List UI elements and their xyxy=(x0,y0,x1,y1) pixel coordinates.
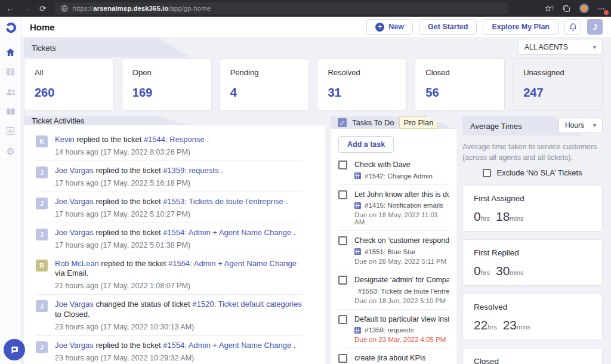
new-button[interactable]: +New xyxy=(366,19,413,35)
url-text: https://arsenalmsp.desk365.io/app/gp-hom… xyxy=(73,5,211,12)
globe-icon xyxy=(61,5,68,12)
task-checkbox[interactable] xyxy=(338,315,347,324)
activity-row: R Rob McLean replied to the ticket #1554… xyxy=(36,254,303,295)
task-checkbox[interactable] xyxy=(338,236,347,245)
dashboard-content: Tickets ALL AGENTS▾ All 260 Open xyxy=(21,37,611,364)
add-task-button[interactable]: Add a task xyxy=(338,136,394,153)
agent-name-link[interactable]: Joe Vargas xyxy=(55,341,94,350)
task-checkbox[interactable] xyxy=(338,161,347,169)
average-time-label: Resolved xyxy=(474,303,591,311)
sidebar-item-reports[interactable] xyxy=(0,121,21,141)
task-title: Check on ‘customer responded’ when… xyxy=(354,236,449,246)
task-item[interactable]: Let John know after this is done. #1415:… xyxy=(338,185,449,232)
ticket-card-label: Unassigned xyxy=(523,68,592,77)
activity-row: J Joe Vargas replied to the ticket #1553… xyxy=(36,192,303,223)
activity-row: J Joe Vargas replied to the ticket #1554… xyxy=(36,336,303,364)
agents-filter-dropdown[interactable]: ALL AGENTS▾ xyxy=(518,39,603,55)
task-item[interactable]: Check with Dave #1542: Change Admin xyxy=(338,155,449,185)
hours-filter-dropdown[interactable]: Hours▾ xyxy=(558,117,603,133)
forward-icon[interactable]: → xyxy=(23,4,31,13)
ticket-count-card[interactable]: Resolved 31 xyxy=(317,58,407,111)
chat-bubble-icon xyxy=(9,344,20,355)
sidebar: ⚙ xyxy=(0,17,21,364)
activity-timestamp: 14 hours ago (17 May, 2022 8:03:26 PM) xyxy=(55,148,209,156)
pro-plan-badge: Pro Plan xyxy=(399,116,439,129)
ticket-link[interactable]: #1544: Response xyxy=(144,135,205,144)
agent-name-link[interactable]: Joe Vargas xyxy=(55,300,94,309)
activity-timestamp: 23 hours ago (17 May, 2022 10:30:13 AM) xyxy=(55,323,303,331)
exclude-sla-checkbox[interactable] xyxy=(483,169,491,177)
activity-row: J Joe Vargas changed the status of ticke… xyxy=(36,295,303,336)
ticket-count-card[interactable]: Pending 4 xyxy=(220,58,310,111)
exclude-sla-label: Exclude ‘No SLA’ Tickets xyxy=(496,168,582,177)
chevron-down-icon: ▾ xyxy=(593,44,596,50)
ticket-link[interactable]: #1520: Ticket default categories xyxy=(192,300,302,309)
tasks-header-checkbox[interactable]: ✓ xyxy=(338,118,347,127)
activity-timestamp: 21 hours ago (17 May, 2022 1:08:07 PM) xyxy=(55,282,303,290)
notifications-button[interactable] xyxy=(564,19,581,35)
activity-text: Joe Vargas replied to the ticket #1554: … xyxy=(55,228,295,238)
average-time-card: First Assigned 0hrs18mins xyxy=(462,185,603,232)
task-ticket-ref[interactable]: #1359: requests xyxy=(354,326,449,334)
ticket-count-card[interactable]: All 260 xyxy=(24,58,114,111)
task-ticket-ref[interactable]: #1551: Blue Star xyxy=(354,248,449,255)
task-item[interactable]: Default to particular view instead of … … xyxy=(338,310,449,349)
activities-panel: K Kevin replied to the ticket #1544: Res… xyxy=(24,125,325,364)
ticket-link[interactable]: #1359: requests xyxy=(163,166,218,175)
reload-icon[interactable]: ⟳ xyxy=(39,4,47,13)
favorite-icon[interactable] xyxy=(545,4,554,13)
sidebar-item-knowledge-base[interactable] xyxy=(0,101,21,121)
agent-name-link[interactable]: Joe Vargas xyxy=(55,228,94,237)
task-ticket-ref[interactable]: #1542: Change Admin xyxy=(354,172,449,180)
ticket-card-label: Resolved xyxy=(328,68,396,77)
average-time-value: 22hrs23mins xyxy=(474,318,591,332)
back-icon[interactable]: ← xyxy=(6,4,14,13)
ticket-card-label: Pending xyxy=(230,68,299,77)
avatar: J xyxy=(36,198,48,209)
task-title: create jira about KPIs xyxy=(354,354,426,363)
agent-name-link[interactable]: Rob McLean xyxy=(55,259,99,268)
task-due-date: Due on 28 May, 2022 5:11 PM xyxy=(354,258,449,265)
chat-widget-button[interactable] xyxy=(4,339,25,360)
agent-name-link[interactable]: Kevin xyxy=(55,135,75,144)
task-checkbox[interactable] xyxy=(338,190,347,199)
task-checkbox[interactable] xyxy=(338,276,347,285)
avatar: J xyxy=(36,229,48,240)
ticket-count-card[interactable]: Unassigned 247 xyxy=(513,58,603,111)
agent-name-link[interactable]: Joe Vargas xyxy=(55,166,94,175)
task-item[interactable]: create jira about KPIs #1377: New Questi… xyxy=(338,348,449,364)
get-started-button[interactable]: Get Started xyxy=(419,19,477,35)
sidebar-item-contacts[interactable] xyxy=(0,82,21,101)
agent-name-link[interactable]: Joe Vargas xyxy=(55,197,94,206)
settings-gear-icon: ⚙ xyxy=(6,146,14,157)
task-item[interactable]: Check on ‘customer responded’ when… #155… xyxy=(338,231,449,270)
app-screen: ← → ⟳ https://arsenalmsp.desk365.io/app/… xyxy=(0,0,611,364)
ticket-card-label: All xyxy=(35,68,103,77)
tasks-section: ✓ Tasks To Do Pro Plan Add a task xyxy=(331,116,456,364)
user-avatar[interactable]: J xyxy=(587,19,603,35)
sidebar-item-home[interactable] xyxy=(0,42,21,62)
activity-timestamp: 23 hours ago (17 May, 2022 10:29:32 AM) xyxy=(55,354,295,362)
ticket-link[interactable]: #1554: Admin + Agent Name Change xyxy=(168,259,297,268)
task-ticket-ref[interactable]: #1415: Notification emails xyxy=(354,202,449,209)
ticket-link[interactable]: #1554: Admin + Agent Name Change xyxy=(163,228,291,237)
ticket-count-card[interactable]: Closed 56 xyxy=(415,58,505,111)
ticket-link[interactable]: #1553: Tickets de toute l’entreprise xyxy=(163,197,283,206)
task-item[interactable]: Designate ‘admin’ for Companies so t… #1… xyxy=(338,270,449,310)
ticket-link[interactable]: #1554: Admin + Agent Name Change xyxy=(163,341,291,350)
activity-text: Joe Vargas changed the status of ticket … xyxy=(55,300,303,320)
task-ticket-ref[interactable]: #1553: Tickets de toute l’entreprise xyxy=(354,288,449,295)
ticket-card-count: 31 xyxy=(328,86,396,100)
ticket-count-card[interactable]: Open 169 xyxy=(122,58,212,111)
avatar: R xyxy=(36,260,48,272)
task-checkbox[interactable] xyxy=(338,354,347,363)
address-bar[interactable]: https://arsenalmsp.desk365.io/app/gp-hom… xyxy=(55,2,508,14)
sidebar-item-tickets[interactable] xyxy=(0,62,21,82)
activity-text: Joe Vargas replied to the ticket #1359: … xyxy=(55,166,223,176)
explore-plan-button[interactable]: Explore My Plan xyxy=(483,19,558,35)
more-icon[interactable]: ⋯ xyxy=(597,4,605,13)
tabs-icon[interactable] xyxy=(562,4,571,13)
sidebar-item-settings[interactable]: ⚙ xyxy=(0,141,21,161)
average-time-card: First Replied 0hrs30mins xyxy=(462,239,603,286)
browser-profile-avatar[interactable] xyxy=(579,4,589,13)
